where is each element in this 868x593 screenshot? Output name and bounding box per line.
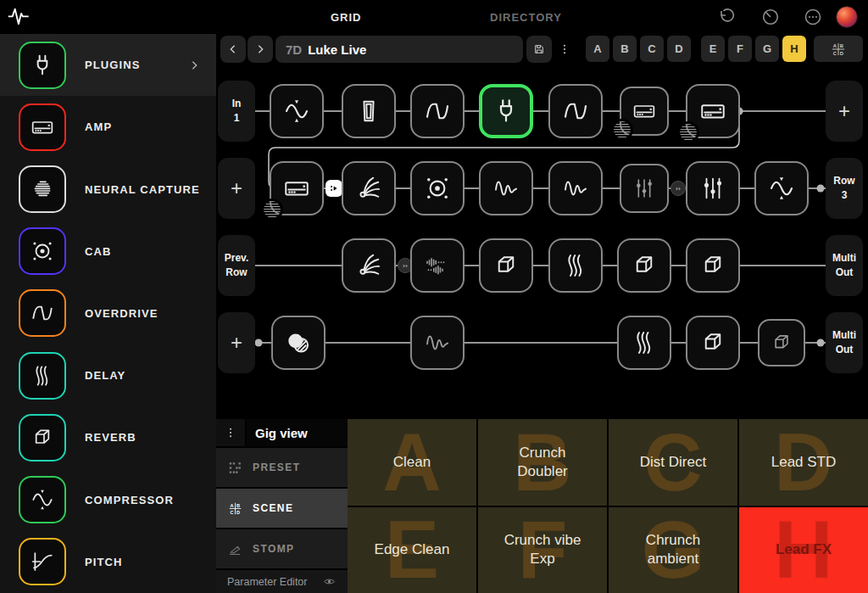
preset-title[interactable]: 7D Luke Live bbox=[275, 36, 523, 63]
block-delay[interactable] bbox=[548, 238, 603, 293]
multi-out-cap[interactable]: Multi Out bbox=[826, 312, 863, 373]
preset-menu-button[interactable] bbox=[554, 36, 576, 63]
sidebar-item-delay[interactable]: DELAY bbox=[0, 344, 216, 406]
scene-tile-b[interactable]: B Crunch Doubler bbox=[478, 419, 607, 506]
block-ir-wave[interactable] bbox=[548, 161, 603, 215]
mode-scene[interactable]: SCENE bbox=[216, 489, 348, 528]
scene-label: Chrunch ambient bbox=[627, 531, 719, 568]
add-block-cap[interactable]: + bbox=[826, 81, 863, 142]
scene-tile-a[interactable]: A Clean bbox=[348, 419, 476, 506]
add-block-cap[interactable]: + bbox=[218, 158, 255, 219]
block-cab[interactable] bbox=[410, 161, 465, 215]
save-icon bbox=[532, 42, 546, 56]
scene-button-f[interactable]: F bbox=[728, 36, 752, 62]
sidebar-item-pitch[interactable]: PITCH bbox=[0, 531, 216, 593]
stomp-icon bbox=[227, 541, 243, 557]
scene-tile-f[interactable]: F Crunch vibe Exp bbox=[478, 507, 607, 593]
block-overdrive[interactable] bbox=[410, 84, 465, 138]
scene-label: Dist Direct bbox=[640, 453, 706, 472]
mode-preset[interactable]: PRESET bbox=[216, 448, 348, 487]
undo-icon[interactable] bbox=[716, 7, 737, 27]
reverb-cube-icon bbox=[698, 250, 728, 281]
mode-stomp[interactable]: STOMP bbox=[216, 529, 348, 568]
prev-row-cap[interactable]: Prev. Row bbox=[218, 235, 255, 296]
block-overdrive[interactable] bbox=[548, 84, 603, 138]
scene-tile-c[interactable]: C Dist Direct bbox=[609, 419, 737, 506]
scene-button-d[interactable]: D bbox=[667, 36, 691, 62]
multi-out-cap[interactable]: Multi Out bbox=[826, 235, 863, 296]
scene-tile-e[interactable]: E Edge Clean bbox=[348, 507, 476, 593]
block-reverb[interactable] bbox=[686, 316, 740, 370]
splitter-icon bbox=[328, 182, 340, 194]
block-amp-capture[interactable] bbox=[686, 84, 740, 138]
sidebar-item-compressor[interactable]: COMPRESSOR bbox=[0, 469, 216, 531]
preset-forward-button[interactable] bbox=[248, 36, 273, 63]
row3-link-cap[interactable]: Row 3 bbox=[826, 158, 863, 219]
block-spring[interactable] bbox=[342, 238, 396, 293]
block-reverb[interactable] bbox=[686, 238, 740, 293]
sidebar-item-label: COMPRESSOR bbox=[85, 494, 174, 506]
wave-icon bbox=[422, 327, 453, 358]
block-gate[interactable] bbox=[342, 84, 396, 138]
compressor-icon bbox=[766, 173, 797, 204]
tab-directory[interactable]: DIRECTORY bbox=[490, 11, 562, 24]
sidebar-item-label: NEURAL CAPTURE bbox=[85, 183, 200, 196]
block-doubler[interactable] bbox=[410, 238, 465, 293]
preset-back-button[interactable] bbox=[220, 36, 246, 63]
scene-button-a[interactable]: A bbox=[586, 36, 609, 62]
block-ir-wave[interactable] bbox=[479, 161, 533, 215]
preset-grid-icon bbox=[227, 460, 243, 476]
sidebar-item-neural-capture[interactable]: NEURAL CAPTURE bbox=[0, 158, 216, 220]
block-compressor[interactable] bbox=[754, 161, 809, 215]
merge-icon bbox=[401, 261, 410, 271]
sidebar-item-label: CAB bbox=[85, 245, 111, 258]
sidebar-item-overdrive[interactable]: OVERDRIVE bbox=[0, 283, 216, 344]
block-reverb[interactable] bbox=[617, 238, 671, 293]
scene-button-c[interactable]: C bbox=[640, 36, 664, 62]
amp-icon bbox=[281, 173, 312, 204]
input-cap-in1[interactable]: In 1 bbox=[218, 81, 255, 142]
scene-button-b[interactable]: B bbox=[613, 36, 637, 62]
block-amp-capture[interactable] bbox=[270, 161, 324, 215]
kebab-icon bbox=[224, 426, 237, 439]
merge-node[interactable] bbox=[670, 181, 686, 196]
block-amp-capture[interactable] bbox=[620, 87, 669, 136]
sidebar-item-plugins[interactable]: PLUGINS bbox=[0, 34, 216, 96]
scene-tile-g[interactable]: G Chrunch ambient bbox=[609, 507, 737, 593]
block-delay[interactable] bbox=[617, 316, 671, 370]
sidebar-item-reverb[interactable]: REVERB bbox=[0, 406, 216, 468]
scene-tile-h[interactable]: H Lead FX bbox=[739, 507, 868, 593]
splitter-node[interactable] bbox=[326, 180, 342, 197]
knob-icon[interactable] bbox=[760, 7, 781, 27]
scene-button-g[interactable]: G bbox=[755, 36, 779, 62]
block-reverb-bypassed[interactable] bbox=[758, 319, 805, 366]
block-blend[interactable] bbox=[271, 316, 326, 370]
overdrive-icon bbox=[560, 96, 591, 126]
eye-icon bbox=[322, 574, 337, 589]
block-reverb[interactable] bbox=[479, 238, 533, 293]
tab-grid[interactable]: GRID bbox=[331, 11, 362, 24]
sidebar-item-cab[interactable]: CAB bbox=[0, 221, 216, 283]
merge-icon bbox=[674, 184, 683, 193]
sidebar-item-label: OVERDRIVE bbox=[85, 307, 158, 320]
block-spring[interactable] bbox=[342, 161, 396, 215]
block-compressor[interactable] bbox=[270, 84, 324, 138]
avatar[interactable] bbox=[836, 6, 858, 28]
kebab-icon bbox=[558, 42, 571, 56]
parameter-editor-toggle[interactable]: Parameter Editor bbox=[216, 570, 348, 593]
reverb-cube-icon bbox=[769, 330, 794, 355]
scene-tile-d[interactable]: D Lead STD bbox=[739, 419, 868, 506]
scene-button-h[interactable]: H bbox=[782, 36, 806, 62]
block-eq-bypassed[interactable] bbox=[620, 164, 669, 213]
save-button[interactable] bbox=[526, 36, 552, 63]
add-block-cap[interactable]: + bbox=[218, 312, 255, 373]
scene-button-e[interactable]: E bbox=[701, 36, 725, 62]
block-eq[interactable] bbox=[686, 161, 740, 215]
more-icon[interactable] bbox=[803, 7, 823, 27]
block-plugin-selected[interactable] bbox=[479, 84, 533, 138]
gig-menu-button[interactable] bbox=[216, 419, 245, 446]
scene-view-toggle[interactable] bbox=[814, 36, 863, 62]
delay-icon bbox=[629, 327, 659, 358]
block-ir-wave-bypassed[interactable] bbox=[410, 316, 465, 370]
sidebar-item-amp[interactable]: AMP bbox=[0, 96, 216, 158]
